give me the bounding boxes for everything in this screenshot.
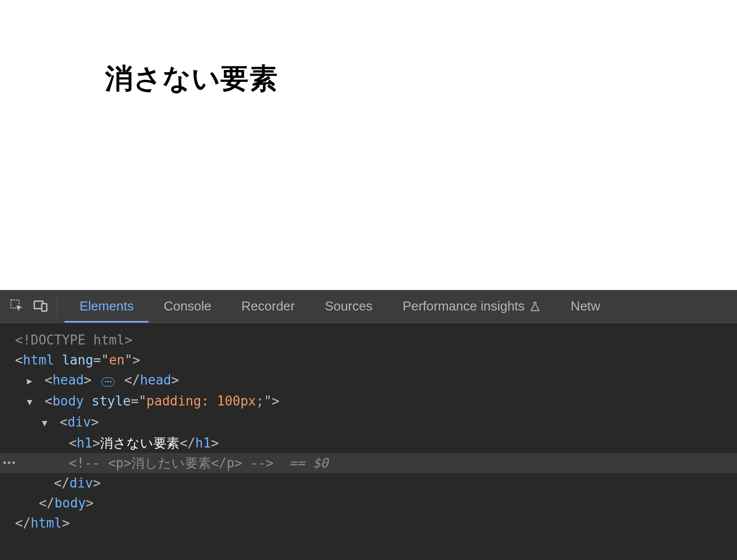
dom-html-close[interactable]: </html> [0, 513, 737, 533]
devtools-tabbar: Elements Console Recorder Sources Perfor… [0, 290, 737, 323]
page-heading: 消さない要素 [105, 60, 737, 98]
devtools-panel: Elements Console Recorder Sources Perfor… [0, 290, 737, 560]
elements-dom-tree[interactable]: <!DOCTYPE html> <html lang="en"> ▶ <head… [0, 323, 737, 560]
tab-label: Performance insights [402, 298, 524, 314]
dom-html-open[interactable]: <html lang="en"> [0, 350, 737, 370]
inspect-element-icon[interactable] [9, 298, 24, 315]
dom-body-close[interactable]: </body> [0, 493, 737, 513]
collapsed-ellipsis-icon[interactable] [102, 378, 114, 386]
dom-head[interactable]: ▶ <head> </head> [0, 370, 737, 391]
dom-div-close[interactable]: </div> [0, 473, 737, 493]
svg-rect-2 [42, 304, 47, 311]
dom-body-open[interactable]: ▼ <body style="padding: 100px;"> [0, 391, 737, 412]
devtools-toolbar-icons [0, 296, 58, 318]
dom-doctype[interactable]: <!DOCTYPE html> [0, 330, 737, 350]
device-toolbar-icon[interactable] [33, 298, 48, 315]
tab-elements[interactable]: Elements [64, 290, 148, 322]
devtools-tabs: Elements Console Recorder Sources Perfor… [64, 290, 600, 322]
tab-console[interactable]: Console [148, 290, 226, 322]
tab-performance-insights[interactable]: Performance insights [388, 290, 556, 322]
disclosure-expanded-icon[interactable]: ▼ [42, 413, 52, 433]
tab-network-truncated[interactable]: Netw [556, 290, 600, 322]
dom-div-open[interactable]: ▼ <div> [0, 412, 737, 433]
flask-icon [530, 301, 540, 312]
page-content: 消さない要素 [0, 0, 737, 98]
tab-recorder[interactable]: Recorder [226, 290, 310, 322]
dom-comment-line[interactable]: <!-- <p>消したい要素</p> --> == $0 [0, 453, 737, 473]
page-viewport: 消さない要素 [0, 0, 737, 290]
tab-sources[interactable]: Sources [310, 290, 388, 322]
dom-h1-line[interactable]: <h1>消さない要素</h1> [0, 433, 737, 453]
disclosure-expanded-icon[interactable]: ▼ [27, 392, 37, 412]
disclosure-collapsed-icon[interactable]: ▶ [27, 371, 37, 391]
